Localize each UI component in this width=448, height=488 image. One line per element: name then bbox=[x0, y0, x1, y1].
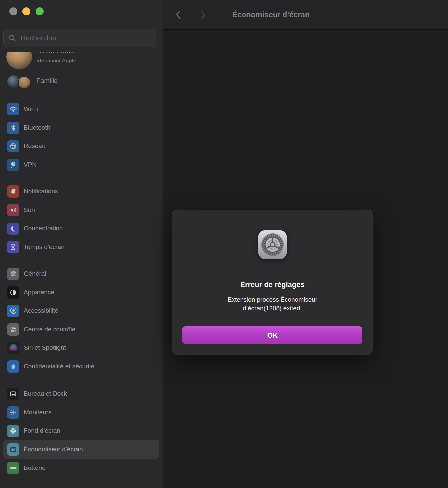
sidebar-item-control-center[interactable]: Centre de contrôle bbox=[3, 320, 159, 339]
sidebar-item-label: Économiseur d’écran bbox=[24, 446, 83, 453]
ok-button-label: OK bbox=[267, 331, 278, 339]
desktop-dock-icon bbox=[7, 388, 19, 400]
brightness-icon bbox=[7, 406, 19, 419]
forward-button[interactable] bbox=[198, 10, 207, 20]
hand-icon bbox=[7, 360, 19, 373]
sidebar-item-label: Concentration bbox=[24, 225, 63, 232]
dialog-message: Extension process Économiseur d’écran(12… bbox=[215, 295, 329, 313]
minimize-window-button[interactable] bbox=[22, 7, 30, 15]
sidebar-item-desktop-dock[interactable]: Bureau et Dock bbox=[3, 385, 159, 403]
sidebar-item-label: Accessibilité bbox=[24, 307, 58, 314]
ok-button[interactable]: OK bbox=[182, 326, 362, 344]
avatar bbox=[6, 52, 32, 69]
search-icon bbox=[8, 34, 16, 42]
sidebar-item-label: Siri et Spotlight bbox=[24, 344, 66, 351]
profile-subtitle: Identifiant Apple bbox=[36, 58, 76, 64]
sidebar-item-family[interactable]: Famille bbox=[3, 74, 159, 89]
screensaver-icon bbox=[7, 443, 19, 456]
zoom-window-button[interactable] bbox=[36, 7, 44, 15]
dialog-title: Erreur de réglages bbox=[172, 280, 372, 289]
close-window-button[interactable] bbox=[9, 7, 17, 15]
sidebar-item-wallpaper[interactable]: Fond d’écran bbox=[3, 422, 159, 440]
speaker-icon bbox=[7, 204, 19, 216]
siri-orb-icon bbox=[7, 342, 19, 354]
family-avatar-2 bbox=[18, 76, 31, 89]
gear-icon bbox=[7, 268, 19, 280]
sidebar-item-label: Apparence bbox=[24, 289, 54, 296]
sidebar-item-label: Fond d’écran bbox=[24, 427, 60, 434]
appearance-icon bbox=[7, 286, 19, 299]
sidebar-item-accessibility[interactable]: Accessibilité bbox=[3, 302, 159, 320]
moon-icon bbox=[7, 223, 19, 235]
battery-icon bbox=[7, 462, 19, 474]
sidebar-item-label: Son bbox=[24, 206, 35, 214]
family-label: Famille bbox=[36, 77, 57, 85]
sidebar-item-general[interactable]: Général bbox=[3, 264, 159, 283]
sidebar-item-sound[interactable]: Son bbox=[3, 201, 159, 219]
sidebar-item-label: Général bbox=[24, 270, 46, 277]
sidebar-item-label: VPN bbox=[24, 161, 37, 168]
sidebar-item-bluetooth[interactable]: Bluetooth bbox=[3, 118, 159, 137]
sidebar-item-label: Batterie bbox=[24, 464, 45, 471]
sidebar-item-privacy-security[interactable]: Confidentialité et sécurité bbox=[3, 357, 159, 376]
sidebar-item-label: Confidentialité et sécurité bbox=[24, 363, 94, 370]
content-header: Économiseur d’écran bbox=[163, 0, 448, 30]
toggles-icon bbox=[7, 323, 19, 336]
sidebar-item-notifications[interactable]: Notifications bbox=[3, 182, 159, 201]
sidebar-item-screensaver[interactable]: Économiseur d’écran bbox=[3, 440, 159, 459]
sidebar-item-apple-id[interactable]: Alexa Louis Identifiant Apple bbox=[3, 52, 159, 72]
sidebar-item-appearance[interactable]: Apparence bbox=[3, 283, 159, 302]
sidebar-item-screen-time[interactable]: Temps d’écran bbox=[3, 238, 159, 256]
sidebar-item-label: Bureau et Dock bbox=[24, 390, 67, 397]
back-button[interactable] bbox=[174, 10, 183, 20]
sidebar-item-wifi[interactable]: Wi-Fi bbox=[3, 100, 159, 118]
sidebar-item-label: Centre de contrôle bbox=[24, 326, 75, 333]
sidebar-item-label: Notifications bbox=[24, 188, 58, 195]
search-input[interactable]: Rechercher bbox=[3, 29, 156, 47]
error-dialog: Erreur de réglages Extension process Éco… bbox=[172, 210, 372, 354]
sidebar: Rechercher Alexa Louis Identifiant Apple… bbox=[0, 0, 163, 488]
bluetooth-icon bbox=[7, 122, 19, 134]
page-title: Économiseur d’écran bbox=[232, 0, 310, 29]
hourglass-icon bbox=[7, 241, 19, 253]
settings-gear-app-icon bbox=[258, 230, 287, 260]
sidebar-scroll-area[interactable]: Alexa Louis Identifiant Apple Famille bbox=[0, 52, 163, 488]
sidebar-item-label: Bluetooth bbox=[24, 124, 50, 131]
sidebar-item-network[interactable]: Réseau bbox=[3, 137, 159, 155]
sidebar-item-battery[interactable]: Batterie bbox=[3, 459, 159, 477]
sidebar-item-vpn[interactable]: VPN bbox=[3, 155, 159, 174]
sidebar-item-displays[interactable]: Moniteurs bbox=[3, 403, 159, 422]
traffic-lights bbox=[9, 7, 44, 15]
profile-name: Alexa Louis bbox=[36, 52, 74, 55]
wifi-icon bbox=[7, 103, 19, 115]
sidebar-item-label: Wi-Fi bbox=[24, 105, 38, 113]
vpn-globe-icon bbox=[7, 159, 19, 171]
search-placeholder: Rechercher bbox=[21, 34, 57, 42]
flower-icon bbox=[7, 425, 19, 437]
globe-icon bbox=[7, 140, 19, 152]
sidebar-item-siri-spotlight[interactable]: Siri et Spotlight bbox=[3, 339, 159, 357]
bell-icon bbox=[7, 185, 19, 198]
sidebar-item-label: Moniteurs bbox=[24, 409, 51, 416]
sidebar-item-label: Temps d’écran bbox=[24, 243, 65, 251]
accessibility-icon bbox=[7, 305, 19, 317]
sidebar-item-focus[interactable]: Concentration bbox=[3, 219, 159, 238]
sidebar-item-label: Réseau bbox=[24, 142, 46, 150]
